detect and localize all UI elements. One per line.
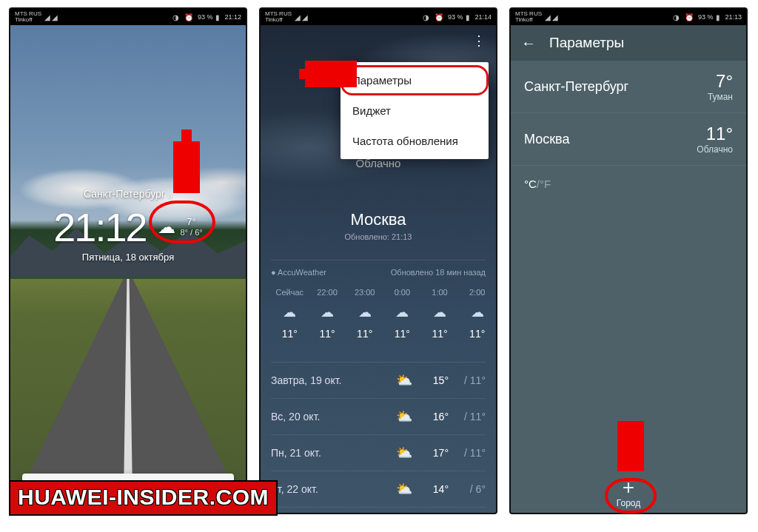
widget-weather-box[interactable]: ☁ 7° 8° / 6° bbox=[158, 217, 202, 238]
watermark: HUAWEI-INSIDER.COM bbox=[9, 480, 278, 516]
overflow-menu: Параметры Виджет Частота обновления bbox=[341, 62, 489, 159]
home-icon: ⌂ bbox=[168, 191, 172, 199]
status-time: 21:12 bbox=[224, 13, 241, 21]
partly-cloudy-icon: ⛅ bbox=[389, 408, 419, 425]
status-icons: ◑ ⏰ bbox=[423, 13, 445, 21]
day-low: / 11° bbox=[449, 411, 486, 422]
carrier2-label: Tinkoff bbox=[515, 17, 542, 23]
battery-icon: ▮ bbox=[215, 13, 221, 21]
widget-city: Санкт-Петербург⌂ bbox=[10, 188, 246, 200]
day-high: 14° bbox=[419, 483, 449, 495]
day-label: Вт, 22 окт. bbox=[271, 483, 389, 495]
cloud-icon: ☁ bbox=[309, 304, 346, 320]
status-bar: MTS RUS Tinkoff ◢◢ ◑ ⏰ 93 % ▮ 21:13 bbox=[511, 9, 746, 25]
city-title: Москва bbox=[261, 210, 496, 229]
hour-label: 1:00 bbox=[421, 288, 459, 297]
day-row[interactable]: Вт, 22 окт.⛅14°/ 6° bbox=[271, 471, 486, 508]
battery-icon: ▮ bbox=[466, 13, 472, 21]
lockscreen-body: Санкт-Петербург⌂ 21:12 ☁ 7° 8° / 6° Пятн… bbox=[10, 25, 246, 513]
day-row[interactable]: Вс, 20 окт.⛅16°/ 11° bbox=[271, 399, 486, 435]
screenshot-weather-settings: MTS RUS Tinkoff ◢◢ ◑ ⏰ 93 % ▮ 21:13 ← Па… bbox=[509, 7, 748, 514]
status-bar: MTS RUS Tinkoff ◢◢ ◑ ⏰ 93 % ▮ 21:14 bbox=[261, 9, 496, 25]
day-label: Вс, 20 окт. bbox=[271, 411, 389, 422]
unit-celsius: °C bbox=[524, 178, 537, 190]
cloud-icon: ☁ bbox=[158, 217, 175, 238]
day-high: 16° bbox=[419, 411, 449, 422]
day-row[interactable]: Завтра, 19 окт.⛅15°/ 11° bbox=[271, 363, 486, 399]
carrier2-label: Tinkoff bbox=[265, 17, 292, 23]
hour-temp: 11° bbox=[346, 328, 383, 340]
status-time: 21:13 bbox=[725, 13, 742, 21]
weather-source: ● AccuWeather bbox=[271, 268, 326, 277]
battery-icon: ▮ bbox=[716, 13, 722, 21]
signal-icon: ◢◢ bbox=[44, 13, 59, 21]
widget-date: Пятница, 18 октября bbox=[10, 252, 246, 263]
screen-title: Параметры bbox=[549, 35, 624, 51]
cloud-icon: ☁ bbox=[271, 304, 309, 320]
back-arrow-icon[interactable]: ← bbox=[521, 35, 536, 52]
menu-item-widget[interactable]: Виджет bbox=[341, 95, 489, 126]
temp-now: 7° bbox=[180, 217, 202, 228]
unit-toggle[interactable]: °C/°F bbox=[511, 166, 746, 202]
source-updated: Обновлено 18 мин назад bbox=[391, 268, 486, 277]
status-icons: ◑ ⏰ bbox=[673, 13, 695, 21]
hour-label: Сейчас bbox=[271, 288, 309, 297]
city-condition: Туман bbox=[708, 92, 733, 102]
hourly-forecast[interactable]: Сейчас☁11° 22:00☁11° 23:00☁11° 0:00☁11° … bbox=[271, 288, 496, 340]
day-label: Пн, 21 окт. bbox=[271, 447, 389, 459]
signal-icon: ◢◢ bbox=[295, 13, 309, 21]
screenshot-lockscreen: MTS RUS Tinkoff ◢◢ ◑ ⏰ 93 % ▮ 21:12 Санк… bbox=[9, 7, 247, 514]
hour-temp: 11° bbox=[309, 328, 346, 340]
city-condition: Облачно bbox=[697, 144, 733, 155]
menu-item-refresh-rate[interactable]: Частота обновления bbox=[341, 126, 489, 156]
cloud-icon: ☁ bbox=[383, 304, 421, 320]
last-updated: Обновлено: 21:13 bbox=[261, 232, 496, 241]
cloud-icon: ☁ bbox=[346, 304, 383, 320]
partly-cloudy-icon: ⛅ bbox=[389, 481, 419, 497]
day-high: 15° bbox=[419, 374, 449, 386]
add-city-label: Город bbox=[617, 498, 640, 508]
city-row[interactable]: Санкт-Петербург 7°Туман bbox=[511, 61, 746, 113]
settings-body: ← Параметры Санкт-Петербург 7°Туман Моск… bbox=[511, 25, 746, 513]
partly-cloudy-icon: ⛅ bbox=[389, 445, 419, 461]
daily-forecast[interactable]: Завтра, 19 окт.⛅15°/ 11° Вс, 20 окт.⛅16°… bbox=[271, 362, 486, 508]
unit-fahrenheit: /°F bbox=[537, 178, 551, 190]
hour-temp: 11° bbox=[383, 328, 421, 340]
hour-temp: 11° bbox=[421, 328, 459, 340]
cloud-icon: ☁ bbox=[458, 304, 496, 320]
add-city-button[interactable]: + Город bbox=[511, 477, 746, 508]
day-low: / 11° bbox=[449, 447, 486, 459]
battery-pct: 93 % bbox=[198, 13, 213, 21]
hour-label: 2:00 bbox=[458, 288, 496, 297]
day-row[interactable]: Пн, 21 окт.⛅17°/ 11° bbox=[271, 435, 486, 471]
day-low: / 11° bbox=[449, 374, 486, 386]
battery-pct: 93 % bbox=[448, 13, 463, 21]
plus-icon: + bbox=[511, 477, 746, 498]
hour-label: 23:00 bbox=[346, 288, 383, 297]
settings-header: ← Параметры bbox=[511, 25, 746, 61]
hour-label: 0:00 bbox=[383, 288, 421, 297]
hour-temp: 11° bbox=[271, 328, 309, 340]
day-label: Завтра, 19 окт. bbox=[271, 374, 389, 386]
city-row[interactable]: Москва 11°Облачно bbox=[511, 113, 746, 166]
signal-icon: ◢◢ bbox=[545, 13, 560, 21]
day-low: / 6° bbox=[449, 483, 486, 495]
city-temp: 7° bbox=[708, 71, 733, 92]
temp-range: 8° / 6° bbox=[180, 228, 202, 238]
hour-label: 22:00 bbox=[309, 288, 346, 297]
carrier2-label: Tinkoff bbox=[15, 17, 41, 23]
battery-pct: 93 % bbox=[698, 13, 714, 21]
widget-clock: 21:12 bbox=[53, 204, 146, 250]
kebab-menu-icon[interactable]: ⋮ bbox=[472, 33, 486, 49]
weather-widget[interactable]: Санкт-Петербург⌂ 21:12 ☁ 7° 8° / 6° Пятн… bbox=[10, 188, 246, 263]
weather-app-body: ⋮ Параметры Виджет Частота обновления Об… bbox=[261, 25, 496, 513]
day-high: 17° bbox=[419, 447, 449, 459]
menu-item-settings[interactable]: Параметры bbox=[341, 65, 489, 95]
status-time: 21:14 bbox=[474, 13, 492, 21]
hour-temp: 11° bbox=[458, 328, 496, 340]
partly-cloudy-icon: ⛅ bbox=[389, 372, 419, 388]
status-icons: ◑ ⏰ bbox=[172, 13, 195, 21]
screenshot-weather-app: MTS RUS Tinkoff ◢◢ ◑ ⏰ 93 % ▮ 21:14 ⋮ Па… bbox=[259, 7, 497, 514]
city-name: Санкт-Петербург bbox=[84, 188, 165, 200]
city-name: Москва bbox=[524, 132, 697, 147]
